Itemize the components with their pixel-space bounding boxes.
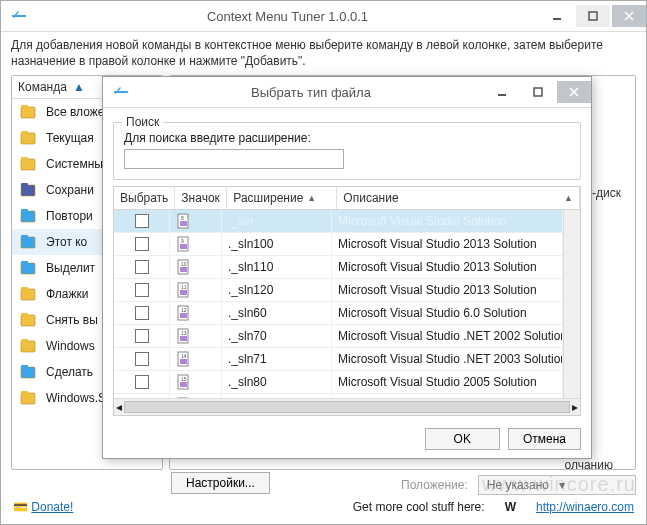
row-checkbox-cell[interactable] — [114, 233, 170, 255]
position-label: Положение: — [401, 478, 468, 492]
dialog-close-button[interactable] — [557, 81, 591, 103]
col-icon[interactable]: Значок — [175, 187, 227, 209]
row-description: Microsoft Visual Studio .NET 2002 Soluti… — [332, 325, 563, 347]
table-row[interactable]: 12._sln60Microsoft Visual Studio 6.0 Sol… — [114, 302, 563, 325]
command-item-icon — [18, 388, 38, 408]
svg-rect-28 — [498, 94, 506, 96]
row-extension: ._sln120 — [222, 279, 332, 301]
row-checkbox-cell[interactable] — [114, 371, 170, 393]
grid-vertical-scrollbar[interactable] — [563, 210, 580, 398]
row-icon-cell: 12 — [170, 302, 222, 324]
col-extension[interactable]: Расширение▲ — [227, 187, 337, 209]
svg-rect-26 — [21, 391, 28, 394]
svg-rect-16 — [21, 261, 28, 264]
svg-rect-11 — [21, 211, 35, 222]
main-title: Context Menu Tuner 1.0.0.1 — [37, 9, 538, 24]
checkbox[interactable] — [135, 237, 149, 251]
checkbox[interactable] — [135, 306, 149, 320]
command-item-label: Сделать — [46, 365, 93, 379]
row-icon-cell: 11 — [170, 279, 222, 301]
table-row[interactable]: 13._sln70Microsoft Visual Studio .NET 20… — [114, 325, 563, 348]
command-item-label: Этот ко — [46, 235, 87, 249]
search-input[interactable] — [124, 149, 344, 169]
svg-rect-40 — [180, 290, 187, 295]
row-icon-cell: 14 — [170, 348, 222, 370]
row-checkbox-cell[interactable] — [114, 325, 170, 347]
cool-stuff-link[interactable]: http://winaero.com — [536, 500, 634, 514]
dialog-title: Выбрать тип файла — [139, 85, 483, 100]
checkbox[interactable] — [135, 260, 149, 274]
row-checkbox-cell[interactable] — [114, 302, 170, 324]
close-button[interactable] — [612, 5, 646, 27]
row-extension: ._sln71 — [222, 348, 332, 370]
file-type-dialog: Выбрать тип файла Поиск Для поиска введи… — [102, 76, 592, 459]
maximize-button[interactable] — [576, 5, 610, 27]
checkbox[interactable] — [135, 352, 149, 366]
svg-rect-49 — [180, 359, 187, 364]
search-group-title: Поиск — [122, 115, 163, 129]
command-item-icon — [18, 362, 38, 382]
svg-text:12: 12 — [181, 307, 187, 313]
svg-rect-9 — [21, 185, 35, 196]
position-combo[interactable]: Не указано ▾ — [478, 475, 636, 495]
svg-rect-29 — [534, 88, 542, 96]
command-item-icon — [18, 284, 38, 304]
settings-button[interactable]: Настройки... — [171, 472, 270, 494]
dialog-titlebar: Выбрать тип файла — [103, 77, 591, 108]
grid-body[interactable]: 8._slnMicrosoft Visual Studio Solution9.… — [114, 210, 563, 398]
svg-rect-23 — [21, 367, 35, 378]
row-extension: ._sln60 — [222, 302, 332, 324]
col-description[interactable]: Описание▲ — [337, 187, 580, 209]
row-checkbox-cell[interactable] — [114, 348, 170, 370]
command-item-icon — [18, 258, 38, 278]
svg-rect-12 — [21, 209, 28, 212]
main-titlebar: Context Menu Tuner 1.0.0.1 — [1, 1, 646, 32]
checkbox[interactable] — [135, 283, 149, 297]
command-item-label: Системны — [46, 157, 103, 171]
svg-rect-20 — [21, 313, 28, 316]
svg-rect-46 — [180, 336, 187, 341]
table-row[interactable]: 8._slnMicrosoft Visual Studio Solution — [114, 210, 563, 233]
command-item-icon — [18, 232, 38, 252]
svg-rect-25 — [21, 393, 35, 404]
table-row[interactable]: 14._sln71Microsoft Visual Studio .NET 20… — [114, 348, 563, 371]
row-icon-cell: 15 — [170, 371, 222, 393]
file-type-grid: Выбрать Значок Расширение▲ Описание▲ 8._… — [113, 186, 581, 416]
table-row[interactable]: 11._sln120Microsoft Visual Studio 2013 S… — [114, 279, 563, 302]
command-item-label: Текущая — [46, 131, 94, 145]
svg-rect-17 — [21, 289, 35, 300]
row-icon-cell: 13 — [170, 325, 222, 347]
checkbox[interactable] — [135, 214, 149, 228]
row-checkbox-cell[interactable] — [114, 279, 170, 301]
row-checkbox-cell[interactable] — [114, 256, 170, 278]
col-select[interactable]: Выбрать — [114, 187, 175, 209]
svg-rect-6 — [21, 131, 28, 134]
row-description: Microsoft Visual Studio 2013 Solution — [332, 256, 563, 278]
command-item-label: Все вложе — [46, 105, 105, 119]
svg-rect-13 — [21, 237, 35, 248]
row-description: Microsoft Visual Studio 2013 Solution — [332, 279, 563, 301]
command-item-label: Повтори — [46, 209, 93, 223]
ok-button[interactable]: OK — [425, 428, 500, 450]
minimize-button[interactable] — [540, 5, 574, 27]
dialog-minimize-button[interactable] — [485, 81, 519, 103]
dialog-app-icon — [111, 82, 131, 102]
sort-up-icon[interactable]: ▲ — [73, 80, 85, 94]
row-description: Microsoft Visual Studio Solution — [332, 210, 563, 232]
table-row[interactable]: 15._sln80Microsoft Visual Studio 2005 So… — [114, 371, 563, 394]
checkbox[interactable] — [135, 375, 149, 389]
row-extension: ._sln80 — [222, 371, 332, 393]
svg-rect-52 — [180, 382, 187, 387]
cool-stuff-label: Get more cool stuff here: — [353, 500, 485, 514]
table-row[interactable]: 10._sln110Microsoft Visual Studio 2013 S… — [114, 256, 563, 279]
dialog-maximize-button[interactable] — [521, 81, 555, 103]
footer: 💳 Donate! Get more cool stuff here: W ht… — [11, 494, 636, 520]
search-label: Для поиска введите расширение: — [124, 131, 570, 145]
row-checkbox-cell[interactable] — [114, 210, 170, 232]
checkbox[interactable] — [135, 329, 149, 343]
donate-link[interactable]: Donate! — [31, 500, 73, 514]
grid-horizontal-scrollbar[interactable]: ◂ ▸ — [114, 398, 580, 415]
row-description: Microsoft Visual Studio .NET 2003 Soluti… — [332, 348, 563, 370]
cancel-button[interactable]: Отмена — [508, 428, 581, 450]
table-row[interactable]: 9._sln100Microsoft Visual Studio 2013 So… — [114, 233, 563, 256]
